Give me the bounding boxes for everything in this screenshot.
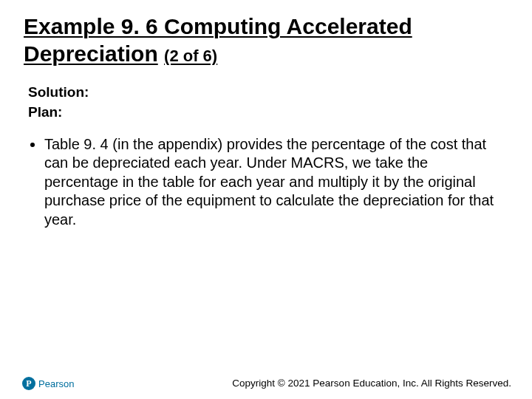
copyright-text: Copyright © 2021 Pearson Education, Inc.… (232, 378, 511, 389)
bullet-item: Table 9. 4 (in the appendix) provides th… (44, 135, 508, 230)
bullet-list: Table 9. 4 (in the appendix) provides th… (28, 135, 508, 230)
title-pagination: (2 of 6) (164, 47, 217, 65)
slide-title: Example 9. 6 Computing Accelerated Depre… (24, 13, 508, 67)
pearson-name: Pearson (38, 378, 74, 389)
pearson-logo: P Pearson (22, 377, 74, 390)
subheading-solution: Solution: (28, 83, 508, 102)
pearson-badge-icon: P (22, 377, 35, 390)
subheading-plan: Plan: (28, 103, 508, 122)
title-main: Example 9. 6 Computing Accelerated Depre… (24, 14, 412, 66)
footer: P Pearson Copyright © 2021 Pearson Educa… (0, 369, 532, 390)
slide: Example 9. 6 Computing Accelerated Depre… (0, 0, 532, 399)
